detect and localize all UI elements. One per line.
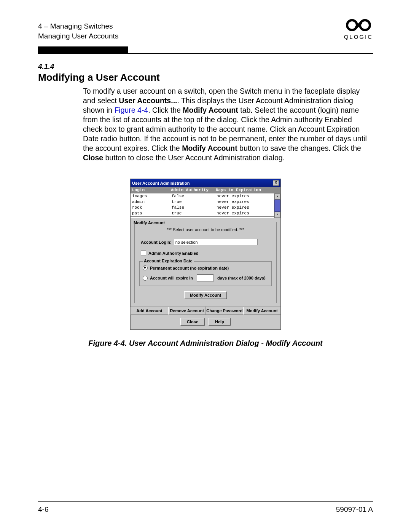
cell-auth: true: [171, 211, 217, 216]
footer-rule: [38, 501, 373, 502]
close-icon[interactable]: X: [273, 180, 279, 186]
scroll-thumb[interactable]: [274, 200, 280, 212]
body-text-6: button to close the User Account Adminis…: [103, 153, 285, 162]
cell-login: images: [132, 193, 171, 199]
cell-auth: false: [171, 205, 217, 211]
section-line: Managing User Accounts: [38, 31, 118, 41]
cell-login: pats: [132, 211, 171, 216]
chapter-line: 4 – Managing Switches: [38, 21, 118, 31]
header-black-bar: [38, 46, 128, 53]
tab-modify-account[interactable]: Modify Account: [243, 307, 280, 315]
scroll-up-icon[interactable]: ▴: [274, 193, 280, 200]
list-scrollbar[interactable]: ▴ ▾: [274, 193, 280, 218]
table-row[interactable]: pats true never expires: [131, 211, 274, 217]
section-title: Modifying a User Account: [38, 72, 373, 83]
footer-page: 4-6: [38, 505, 48, 514]
modify-account-button[interactable]: Modify Account: [184, 291, 227, 299]
account-login-input[interactable]: [174, 239, 258, 245]
tab-remove-account[interactable]: Remove Account: [168, 307, 206, 315]
close-button-underline: C: [187, 320, 190, 324]
cell-auth: false: [171, 193, 217, 199]
dialog-title: User Account Administration: [132, 181, 190, 185]
body-bold-3: Modify Account: [182, 144, 237, 152]
section-number: 4.1.4: [38, 62, 373, 71]
svg-point-1: [360, 20, 370, 30]
days-input[interactable]: [197, 274, 213, 282]
admin-authority-checkbox[interactable]: [141, 251, 146, 256]
body-bold-2: Modify Account: [183, 106, 238, 114]
figure-link[interactable]: Figure 4-4: [114, 106, 148, 114]
cell-exp: never expires: [217, 193, 272, 199]
radio-expire[interactable]: [143, 276, 148, 281]
help-button-rest: elp: [218, 320, 224, 324]
svg-point-0: [347, 20, 357, 30]
cell-exp: never expires: [217, 199, 272, 205]
cell-login: admin: [132, 199, 171, 205]
body-bold-4: Close: [83, 153, 103, 162]
account-login-label: Account Login:: [141, 240, 172, 244]
qlogic-logo-icon: [345, 18, 372, 33]
col-exp: Days to Expiration: [216, 188, 279, 192]
figure-caption: Figure 4-4. User Account Administration …: [38, 339, 373, 348]
help-button[interactable]: Help: [209, 318, 231, 326]
select-note: *** Select user account to be modified. …: [139, 227, 272, 232]
col-auth: Admin Authority: [171, 188, 216, 192]
header-rule: [38, 53, 373, 54]
col-login: Login: [132, 188, 171, 192]
cell-login: rodk: [132, 205, 171, 211]
cell-exp: never expires: [217, 211, 272, 216]
admin-authority-label: Admin Authority Enabled: [148, 251, 199, 256]
column-headers: Login Admin Authority Days to Expiration: [131, 187, 280, 193]
radio-permanent-label: Permanent account (no expiration date): [150, 266, 229, 270]
body-paragraph: To modify a user account on a switch, op…: [83, 86, 371, 163]
table-row[interactable]: images false never expires: [131, 193, 274, 199]
cell-exp: never expires: [217, 205, 272, 211]
tab-change-password[interactable]: Change Password: [206, 307, 244, 315]
dialog-titlebar[interactable]: User Account Administration X: [131, 179, 280, 187]
user-account-admin-dialog: User Account Administration X Login Admi…: [130, 179, 281, 330]
radio-expire-label-a: Account will expire in: [150, 276, 193, 280]
modify-account-button-label: Modify Account: [190, 293, 221, 297]
radio-permanent[interactable]: [143, 265, 148, 270]
help-button-underline: H: [215, 320, 218, 324]
cell-auth: true: [171, 199, 217, 205]
close-button[interactable]: Close: [180, 318, 205, 326]
qlogic-logo: QLOGIC: [344, 18, 373, 40]
account-list[interactable]: images false never expires admin true ne…: [131, 193, 274, 218]
logo-text: QLOGIC: [344, 34, 373, 40]
body-text-3: . Click the: [148, 106, 183, 114]
footer-doc: 59097-01 A: [336, 505, 373, 514]
body-bold-1: User Accounts...: [119, 96, 177, 105]
radio-expire-label-b: days (max of 2000 days): [217, 276, 266, 280]
table-row[interactable]: rodk false never expires: [131, 205, 274, 211]
table-row[interactable]: admin true never expires: [131, 199, 274, 205]
body-text-5: button to save the changes. Click the: [237, 144, 361, 152]
expiration-legend: Account Expiration Date: [143, 259, 194, 263]
close-button-rest: lose: [190, 320, 198, 324]
scroll-down-icon[interactable]: ▾: [274, 212, 280, 218]
tab-add-account[interactable]: Add Account: [131, 307, 168, 315]
